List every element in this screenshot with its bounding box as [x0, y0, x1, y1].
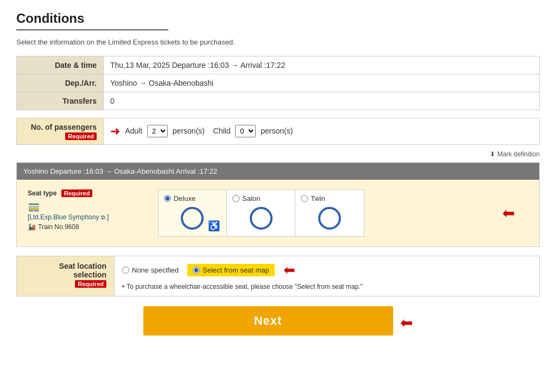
seat-location-label-cell: Seat location selection Required [17, 256, 115, 296]
seat-option-deluxe[interactable]: Deluxe ♿ [159, 190, 227, 236]
train-name-link[interactable]: [Ltd.Exp.Blue Symphony ⧉ ] [28, 213, 109, 221]
seat-option-twin[interactable]: Twin [295, 190, 363, 236]
transfers-value: 0 [104, 92, 540, 110]
seat-type-required-badge: Required [61, 189, 93, 197]
seat-arrow-annotation: ⬅ [497, 186, 533, 240]
info-table: Date & time Thu,13 Mar, 2025 Departure :… [16, 56, 540, 110]
child-label: Child [213, 127, 231, 135]
mark-definition-label: Mark definition [497, 150, 540, 158]
train-info-cell: Seat type Required 🚃 [Ltd.Exp.Blue Symph… [23, 186, 154, 240]
persons-label-adult: person(s) [173, 127, 205, 135]
passengers-table: No. of passengers Required ➜ Adult 2 0 1… [16, 118, 540, 145]
seat-option-salon[interactable]: Salon [227, 190, 295, 236]
seat-location-table: Seat location selection Required None sp… [16, 256, 540, 296]
seat-salon-icon-area [232, 207, 289, 230]
next-button[interactable]: Next [143, 306, 393, 336]
seat-type-table: Seat type Required 🚃 [Ltd.Exp.Blue Symph… [23, 186, 533, 240]
train-name-link-wrapper[interactable]: [Ltd.Exp.Blue Symphony ⧉ ] [28, 213, 149, 221]
seat-location-radio-seatmap[interactable] [193, 267, 200, 274]
seat-location-radio-none[interactable] [122, 267, 129, 274]
seat-location-required-badge: Required [75, 280, 106, 288]
seat-circle-salon [250, 207, 273, 230]
train-icon: 🚃 [28, 200, 149, 212]
adult-select[interactable]: 2 0 1 3 4 [147, 125, 168, 137]
train-no-icon: 🚂 [28, 223, 36, 231]
seat-radio-twin[interactable] [301, 195, 308, 202]
page-subtitle: Select the information on the Limited Ex… [16, 38, 540, 46]
seat-salon-label: Salon [242, 194, 260, 203]
title-divider [16, 29, 168, 30]
arrow-annotation-1: ➜ [110, 124, 120, 138]
train-header-text: Yoshino Departure :16:03 → Osaka-Abenoba… [23, 167, 217, 175]
seat-twin-label: Twin [311, 194, 325, 203]
transfers-row: Transfers 0 [17, 92, 540, 110]
transfers-label: Transfers [17, 92, 104, 110]
date-time-row: Date & time Thu,13 Mar, 2025 Departure :… [17, 56, 540, 74]
seat-location-none[interactable]: None specified [122, 266, 179, 274]
seat-twin-icon-area [301, 207, 358, 230]
passengers-controls: ➜ Adult 2 0 1 3 4 person(s) Child 0 1 2 … [104, 118, 540, 145]
dep-arr-value: Yoshino → Osaka-Abenobashi [104, 74, 540, 92]
train-body: Seat type Required 🚃 [Ltd.Exp.Blue Symph… [17, 180, 539, 246]
adult-label: Adult [125, 127, 142, 135]
page-title: Conditions [16, 11, 540, 26]
persons-label-child: person(s) [261, 127, 293, 135]
train-header: Yoshino Departure :16:03 → Osaka-Abenoba… [17, 163, 539, 180]
seat-location-seatmap-label: Select from seat map [203, 266, 269, 274]
wheelchair-icon: ♿ [208, 220, 220, 232]
seat-options-cell: Deluxe ♿ Salon [154, 186, 497, 240]
train-section: Yoshino Departure :16:03 → Osaka-Abenoba… [16, 162, 540, 247]
date-time-label: Date & time [17, 56, 104, 74]
mark-definition-row: ⬇ Mark definition [16, 150, 540, 158]
train-no: 🚂 Train No.9608 [28, 223, 149, 231]
passengers-required-badge: Required [65, 132, 97, 140]
seat-type-label: Seat type Required [28, 189, 149, 197]
mark-definition-link[interactable]: ⬇ Mark definition [490, 150, 540, 158]
arrow-annotation-3: ⬅ [283, 262, 295, 279]
seat-radio-salon[interactable] [232, 195, 239, 202]
arrow-annotation-4: ⬅ [400, 314, 413, 331]
dep-arr-row: Dep./Arr. Yoshino → Osaka-Abenobashi [17, 74, 540, 92]
next-button-row: Next ⬅ [16, 306, 540, 336]
seat-radio-deluxe[interactable] [164, 195, 171, 202]
seat-options-group: Deluxe ♿ Salon [158, 189, 364, 237]
copy-icon: ⧉ [101, 214, 105, 220]
dep-arr-label: Dep./Arr. [17, 74, 104, 92]
seat-location-options: None specified Select from seat map ⬅ [122, 262, 532, 279]
seat-deluxe-label: Deluxe [174, 194, 195, 203]
seat-location-none-label: None specified [132, 266, 179, 274]
seat-circle-twin [318, 207, 341, 230]
seat-deluxe-icon-area: ♿ [164, 207, 221, 230]
mark-definition-icon: ⬇ [490, 150, 495, 158]
seat-circle-deluxe [181, 207, 204, 230]
arrow-annotation-2: ⬅ [502, 205, 515, 222]
child-select[interactable]: 0 1 2 3 [235, 125, 256, 137]
seat-location-options-cell: None specified Select from seat map ⬅ To… [115, 256, 540, 296]
seat-location-seatmap[interactable]: Select from seat map [187, 264, 275, 276]
seat-location-note: To purchase a wheelchair-accessible seat… [122, 283, 532, 290]
date-time-value: Thu,13 Mar, 2025 Departure :16:03 → Arri… [104, 56, 540, 74]
passengers-label: No. of passengers Required [17, 118, 104, 145]
